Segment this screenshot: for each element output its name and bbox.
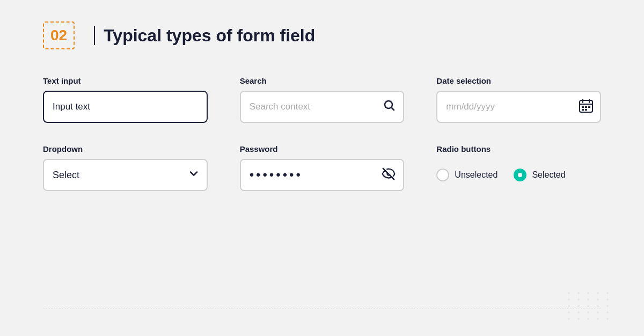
section-number: 02 [50,27,67,44]
page-container: 02 Typical types of form field Text inpu… [0,0,644,336]
text-input-group: Text input [43,76,208,123]
page-title: Typical types of form field [104,26,315,46]
text-input-field[interactable] [43,91,208,123]
form-grid: Text input Search Date selection [0,65,644,213]
dropdown-group: Dropdown Select Option 1 Option 2 Option… [43,144,208,191]
date-input[interactable] [436,91,601,123]
password-input[interactable] [240,159,405,191]
search-input[interactable] [240,91,405,123]
search-wrapper [240,91,405,123]
radio-selected-label: Selected [532,170,565,180]
header-divider [94,26,95,45]
date-wrapper [436,91,601,123]
search-label: Search [240,76,405,85]
dropdown-wrapper: Select Option 1 Option 2 Option 3 [43,159,208,191]
bottom-divider [43,309,601,309]
date-label: Date selection [436,76,601,85]
dots-decoration [568,292,612,320]
radio-options: Unselected Selected [436,159,601,191]
radio-selected-option[interactable]: Selected [514,169,565,181]
date-group: Date selection [436,76,601,123]
password-group: Password [240,144,405,191]
radio-unselected-option[interactable]: Unselected [436,169,497,181]
dropdown-label: Dropdown [43,144,208,154]
section-badge: 02 [43,21,75,49]
search-group: Search [240,76,405,123]
bracket-box: 02 [43,21,75,49]
header: 02 Typical types of form field [0,0,644,65]
password-wrapper [240,159,405,191]
radio-group: Radio buttons Unselected Selected [436,144,601,191]
text-input-label: Text input [43,76,208,85]
radio-label: Radio buttons [436,144,601,154]
radio-unselected-label: Unselected [455,170,497,180]
dropdown-select[interactable]: Select Option 1 Option 2 Option 3 [43,159,208,191]
radio-selected-circle [514,169,526,181]
password-label: Password [240,144,405,154]
radio-unselected-circle [436,169,449,181]
